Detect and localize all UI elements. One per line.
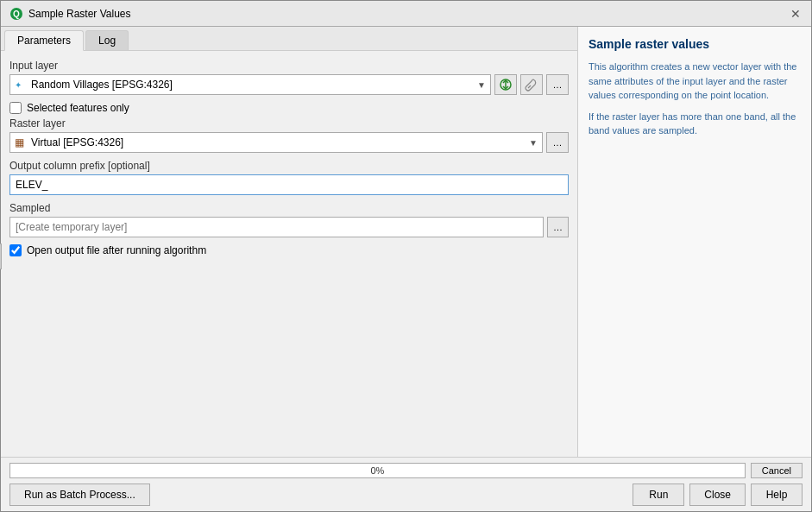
input-layer-browse-button[interactable]: … [546, 74, 569, 95]
open-output-label[interactable]: Open output file after running algorithm [27, 244, 206, 256]
sampled-row: … [9, 217, 569, 237]
tab-log[interactable]: Log [85, 30, 129, 50]
input-layer-group: Input layer ✦ Random Villages [EPSG:4326… [9, 60, 569, 95]
input-layer-select[interactable]: Random Villages [EPSG:4326] [9, 74, 491, 95]
progress-cancel-row: 0% Cancel [9, 463, 803, 478]
input-layer-settings-button[interactable] [520, 74, 543, 95]
parameters-panel: Input layer ✦ Random Villages [EPSG:4326… [1, 51, 577, 457]
help-button[interactable]: Help [751, 484, 803, 506]
selected-features-group: Selected features only [9, 102, 569, 114]
cancel-button[interactable]: Cancel [751, 463, 803, 478]
close-window-button[interactable]: ✕ [789, 7, 803, 21]
help-paragraph-2: If the raster layer has more than one ba… [589, 110, 801, 138]
sampled-label: Sampled [9, 202, 569, 214]
qgis-icon: Q [9, 7, 23, 21]
content-area: Parameters Log Input layer ✦ Random Vill… [1, 27, 811, 457]
svg-line-4 [528, 85, 531, 88]
input-layer-label: Input layer [9, 60, 569, 72]
help-paragraph-1: This algorithm creates a new vector laye… [589, 60, 801, 103]
output-prefix-label: Output column prefix [optional] [9, 160, 569, 172]
input-layer-select-wrapper: ✦ Random Villages [EPSG:4326] ▼ [9, 74, 491, 95]
main-window: Q Sample Raster Values ✕ Parameters Log … [0, 0, 812, 512]
raster-browse-icon: … [553, 137, 563, 148]
raster-layer-row: ▦ Virtual [EPSG:4326] ▼ … [9, 132, 569, 153]
output-prefix-group: Output column prefix [optional] [9, 160, 569, 195]
left-panel: Parameters Log Input layer ✦ Random Vill… [1, 27, 578, 457]
open-output-checkbox[interactable] [9, 244, 22, 256]
bottom-buttons: Run as Batch Process... Run Close Help [9, 484, 803, 506]
collapse-panel-button[interactable]: ◀ [1, 243, 2, 269]
sampled-group: Sampled … [9, 202, 569, 237]
title-bar: Q Sample Raster Values ✕ [1, 1, 811, 27]
run-button[interactable]: Run [633, 484, 684, 506]
tab-bar: Parameters Log [1, 27, 577, 51]
raster-layer-label: Raster layer [9, 117, 569, 130]
open-output-group: Open output file after running algorithm [9, 244, 569, 256]
title-bar-left: Q Sample Raster Values [9, 7, 131, 21]
batch-process-button[interactable]: Run as Batch Process... [9, 484, 150, 506]
wrench-icon [525, 78, 538, 92]
selected-features-checkbox[interactable] [9, 102, 22, 114]
progress-bar-container: 0% [9, 463, 746, 478]
window-title: Sample Raster Values [28, 8, 131, 20]
sampled-browse-button[interactable]: … [547, 217, 569, 237]
sampled-input[interactable] [9, 217, 544, 237]
svg-text:Q: Q [13, 9, 20, 19]
sampled-browse-icon: … [553, 222, 563, 232]
selected-features-label[interactable]: Selected features only [27, 102, 129, 114]
bottom-area: 0% Cancel Run as Batch Process... Run Cl… [1, 457, 811, 511]
output-prefix-input[interactable] [9, 174, 569, 195]
raster-layer-browse-button[interactable]: … [546, 132, 569, 153]
raster-layer-select[interactable]: Virtual [EPSG:4326] [9, 132, 543, 153]
help-title: Sample raster values [589, 37, 801, 51]
swap-layers-icon [499, 78, 513, 92]
raster-layer-select-wrapper: ▦ Virtual [EPSG:4326] ▼ [9, 132, 543, 153]
input-layer-toggle-button[interactable] [494, 74, 517, 95]
help-panel: Sample raster values This algorithm crea… [578, 27, 811, 457]
browse-icon: … [553, 79, 563, 90]
close-button[interactable]: Close [689, 484, 746, 506]
input-layer-row: ✦ Random Villages [EPSG:4326] ▼ [9, 74, 569, 95]
raster-layer-group: Raster layer ▦ Virtual [EPSG:4326] ▼ … [9, 117, 569, 153]
tab-parameters[interactable]: Parameters [4, 30, 84, 51]
action-buttons: Run Close Help [633, 484, 803, 506]
progress-text: 0% [370, 465, 384, 476]
